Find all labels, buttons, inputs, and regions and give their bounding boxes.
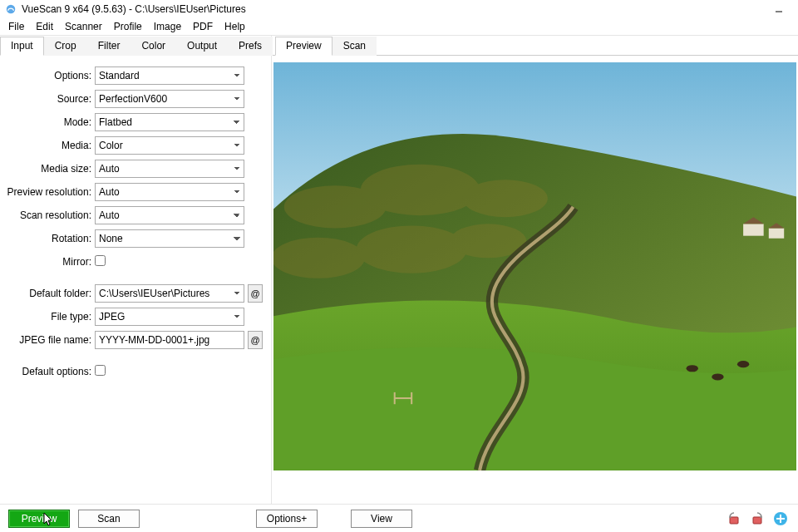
bottom-toolbar: Preview Scan Options+ View [0,504,798,532]
options-plus-button[interactable]: Options+ [256,510,318,528]
options-select[interactable]: Standard [95,66,244,85]
menu-profile[interactable]: Profile [109,20,147,33]
jpeg-name-label: JPEG file name: [0,334,95,346]
tab-crop[interactable]: Crop [44,37,87,56]
add-icon[interactable] [771,510,790,528]
mirror-label: Mirror: [0,256,95,268]
source-label: Source: [0,93,95,105]
menu-image[interactable]: Image [149,20,186,33]
svg-point-4 [361,165,480,215]
scan-button[interactable]: Scan [78,510,140,528]
svg-rect-11 [769,228,784,238]
tab-prefs[interactable]: Prefs [228,37,273,56]
mirror-checkbox[interactable] [95,255,106,266]
rotation-select[interactable]: None [95,229,244,248]
mode-label: Mode: [0,116,95,128]
svg-point-14 [712,373,723,380]
tab-input[interactable]: Input [0,37,44,56]
file-type-label: File type: [0,311,95,323]
view-button[interactable]: View [351,510,412,528]
default-folder-label: Default folder: [0,288,95,299]
settings-tabs: Input Crop Filter Color Output Prefs [0,36,271,56]
default-options-label: Default options: [0,366,95,377]
default-options-checkbox[interactable] [95,365,106,376]
media-label: Media: [0,140,95,151]
preview-tabs: Preview Scan [272,36,798,56]
settings-panel: Input Crop Filter Color Output Prefs Opt… [0,36,272,504]
svg-rect-21 [753,517,761,524]
svg-point-0 [7,5,16,14]
app-icon [5,3,17,15]
file-type-select[interactable]: JPEG [95,308,244,326]
tab-filter[interactable]: Filter [87,37,131,56]
menu-edit[interactable]: Edit [31,20,58,33]
svg-point-5 [463,180,548,217]
scan-res-label: Scan resolution: [0,209,95,221]
rotate-right-icon[interactable] [748,510,766,528]
mode-select[interactable]: Flatbed [95,113,244,131]
tab-color[interactable]: Color [131,37,176,56]
source-select[interactable]: PerfectionV600 [95,90,244,108]
scan-res-select[interactable]: Auto [95,206,244,224]
preview-image[interactable] [273,62,796,470]
rotation-label: Rotation: [0,233,95,244]
media-size-label: Media size: [0,163,95,175]
jpeg-name-browse-button[interactable]: @ [248,331,263,349]
preview-res-select[interactable]: Auto [95,183,244,201]
options-label: Options: [0,70,95,81]
window-title: VueScan 9 x64 (9.5.63) - C:\Users\IEUser… [22,3,246,15]
svg-point-6 [273,238,365,278]
menu-scanner[interactable]: Scanner [60,20,107,33]
tab-preview[interactable]: Preview [275,37,332,56]
jpeg-name-input[interactable] [95,331,244,349]
svg-point-15 [737,361,749,367]
preview-area [272,56,798,504]
svg-rect-19 [730,517,738,524]
default-folder-select[interactable]: C:\Users\IEUser\Pictures [95,284,244,303]
tab-scan[interactable]: Scan [332,37,377,56]
preview-button[interactable]: Preview [8,510,70,528]
media-select[interactable]: Color [95,136,244,155]
svg-point-7 [357,225,467,273]
minimize-button[interactable] [765,1,793,17]
titlebar: VueScan 9 x64 (9.5.63) - C:\Users\IEUser… [0,0,798,18]
menu-file[interactable]: File [3,20,29,33]
default-folder-browse-button[interactable]: @ [248,284,263,303]
tab-output[interactable]: Output [176,37,228,56]
preview-res-label: Preview resolution: [0,186,95,198]
svg-rect-9 [743,224,764,235]
menubar: File Edit Scanner Profile Image PDF Help [0,18,798,35]
menu-pdf[interactable]: PDF [188,20,218,33]
menu-help[interactable]: Help [219,20,250,33]
preview-panel: Preview Scan [272,36,798,504]
input-form: Options: Standard Source: PerfectionV600… [0,56,271,383]
media-size-select[interactable]: Auto [95,160,244,178]
svg-point-13 [687,365,698,372]
rotate-left-icon[interactable] [725,510,743,528]
